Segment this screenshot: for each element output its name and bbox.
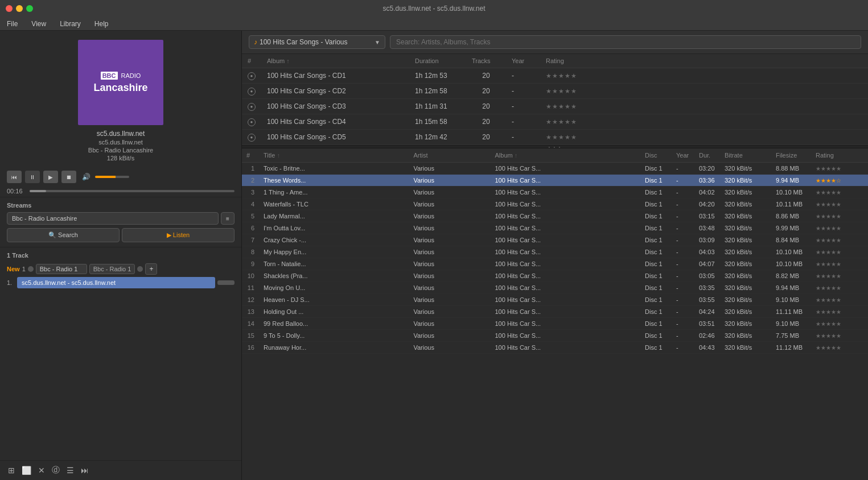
pause-button[interactable]: ⏸ xyxy=(25,171,40,183)
listen-button[interactable]: ▶ Listen xyxy=(122,228,235,242)
track-artist-cell: Various xyxy=(409,270,490,282)
track-year-cell: - xyxy=(672,318,694,330)
track-col-bitrate: Bitrate xyxy=(720,148,771,163)
menu-view[interactable]: View xyxy=(29,19,48,29)
album-play-button[interactable]: ● xyxy=(248,118,256,126)
menu-help[interactable]: Help xyxy=(92,19,111,29)
track-filesize-cell: 9.94 MB xyxy=(771,175,811,187)
track-row[interactable]: 11 Moving On U... Various 100 Hits Car S… xyxy=(242,282,868,294)
station-primary-name: sc5.dus.llnw.net xyxy=(88,130,153,138)
search-stream-button[interactable]: 🔍 Search xyxy=(7,228,120,242)
album-play-button[interactable]: ● xyxy=(248,103,256,111)
track-disc-cell: Disc 1 xyxy=(640,258,672,270)
album-name-cell: 100 Hits Car Songs - CD4 xyxy=(261,114,409,130)
track-rating-cell: ★★★★★ xyxy=(811,282,868,294)
track-rating-cell: ★★★★☆ xyxy=(811,175,868,187)
playlist-icon[interactable]: ☰ xyxy=(65,465,75,476)
track-dur-cell: 03:48 xyxy=(694,222,720,234)
track-row[interactable]: 7 Crazy Chick -... Various 100 Hits Car … xyxy=(242,234,868,246)
track-stream-name: Bbc - Radio 1 xyxy=(93,266,131,272)
minimize-button[interactable] xyxy=(16,5,23,12)
track-album-cell: 100 Hits Car S... xyxy=(490,270,640,282)
album-row[interactable]: ● 100 Hits Car Songs - CD2 1h 12m 58 20 … xyxy=(242,84,868,99)
track-col-filesize: Filesize xyxy=(771,148,811,163)
track-title-cell: Torn - Natalie... xyxy=(259,258,409,270)
track-row[interactable]: 6 I'm Outta Lov... Various 100 Hits Car … xyxy=(242,222,868,234)
track-title-cell: Moving On U... xyxy=(259,282,409,294)
track-col-year: Year xyxy=(672,148,694,163)
track-num-cell: 12 xyxy=(242,294,259,306)
track-disc-cell: Disc 1 xyxy=(640,330,672,342)
close-button[interactable] xyxy=(6,5,13,12)
album-play-button[interactable]: ● xyxy=(248,134,256,142)
album-row[interactable]: ● 100 Hits Car Songs - CD5 1h 12m 42 20 … xyxy=(242,130,868,145)
shuffle-icon[interactable]: ⊞ xyxy=(7,465,16,476)
crossfade-icon[interactable]: ✕ xyxy=(37,465,46,476)
radio-text: RADIO xyxy=(121,72,141,79)
track-dur-cell: 03:05 xyxy=(694,270,720,282)
track-rating-cell: ★★★★★ xyxy=(811,246,868,258)
track-row[interactable]: 15 9 To 5 - Dolly... Various 100 Hits Ca… xyxy=(242,330,868,342)
volume-slider[interactable] xyxy=(95,176,129,178)
playlist-entry[interactable]: sc5.dus.llnw.net - sc5.dus.llnw.net xyxy=(17,277,215,288)
tracks-table-container[interactable]: # Title Artist Album Disc Year Dur. Bitr… xyxy=(242,148,868,480)
col-header-album[interactable]: Album xyxy=(261,54,409,68)
track-filesize-cell: 8.84 MB xyxy=(771,234,811,246)
stream-dropdown[interactable]: Bbc - Radio Lancashire xyxy=(7,212,219,225)
prev-button[interactable]: ⏮ xyxy=(7,171,22,183)
track-stars: ★★★★★ xyxy=(816,333,841,339)
album-play-cell: ● xyxy=(242,130,261,145)
scrobble-icon[interactable]: ⓓ xyxy=(51,464,61,477)
track-title-cell: 1 Thing - Ame... xyxy=(259,187,409,198)
track-col-title[interactable]: Title xyxy=(259,148,409,163)
track-rating-cell: ★★★★★ xyxy=(811,270,868,282)
album-play-button[interactable]: ● xyxy=(248,72,256,80)
track-artist-cell: Various xyxy=(409,330,490,342)
track-row[interactable]: 14 99 Red Balloo... Various 100 Hits Car… xyxy=(242,318,868,330)
stop-button[interactable]: ⏹ xyxy=(61,171,76,183)
track-row[interactable]: 9 Torn - Natalie... Various 100 Hits Car… xyxy=(242,258,868,270)
track-input-row: New 1 Bbc - Radio 1 + xyxy=(7,263,235,275)
add-track-button[interactable]: + xyxy=(145,263,157,275)
menu-file[interactable]: File xyxy=(5,19,20,29)
track-rating-cell: ★★★★★ xyxy=(811,198,868,210)
track-row[interactable]: 1 Toxic - Britne... Various 100 Hits Car… xyxy=(242,163,868,175)
track-artist-cell: Various xyxy=(409,282,490,294)
search-input[interactable] xyxy=(390,35,861,49)
track-row[interactable]: 13 Holding Out ... Various 100 Hits Car … xyxy=(242,306,868,318)
track-row[interactable]: 5 Lady Marmal... Various 100 Hits Car S.… xyxy=(242,210,868,222)
track-row[interactable]: 4 Waterfalls - TLC Various 100 Hits Car … xyxy=(242,198,868,210)
track-row[interactable]: 10 Shackles (Pra... Various 100 Hits Car… xyxy=(242,270,868,282)
skip-icon[interactable]: ⏭ xyxy=(80,465,90,476)
track-filesize-cell: 11.12 MB xyxy=(771,342,811,354)
track-rating-cell: ★★★★★ xyxy=(811,342,868,354)
track-row[interactable]: 2 These Words... Various 100 Hits Car S.… xyxy=(242,175,868,187)
track-album-cell: 100 Hits Car S... xyxy=(490,222,640,234)
progress-bar[interactable] xyxy=(30,190,235,192)
stream-options-button[interactable]: ≡ xyxy=(221,212,235,225)
menu-library[interactable]: Library xyxy=(57,19,83,29)
track-rating-cell: ★★★★★ xyxy=(811,306,868,318)
track-name-input[interactable] xyxy=(36,264,87,274)
play-button[interactable]: ▶ xyxy=(43,171,58,183)
track-row[interactable]: 3 1 Thing - Ame... Various 100 Hits Car … xyxy=(242,187,868,198)
track-bitrate-cell: 320 kBit/s xyxy=(720,294,771,306)
track-num-cell: 8 xyxy=(242,246,259,258)
track-artist-cell: Various xyxy=(409,222,490,234)
album-row[interactable]: ● 100 Hits Car Songs - CD1 1h 12m 53 20 … xyxy=(242,68,868,84)
track-filesize-cell: 10.10 MB xyxy=(771,246,811,258)
maximize-button[interactable] xyxy=(26,5,33,12)
album-selector[interactable]: ♪ 100 Hits Car Songs - Various ▼ xyxy=(249,35,385,49)
album-row[interactable]: ● 100 Hits Car Songs - CD3 1h 11m 31 20 … xyxy=(242,99,868,114)
track-row[interactable]: 12 Heaven - DJ S... Various 100 Hits Car… xyxy=(242,294,868,306)
track-col-album[interactable]: Album xyxy=(490,148,640,163)
track-filesize-cell: 10.10 MB xyxy=(771,258,811,270)
tracks-label: 1 Track xyxy=(7,252,28,259)
track-album-cell: 100 Hits Car S... xyxy=(490,175,640,187)
album-row[interactable]: ● 100 Hits Car Songs - CD4 1h 15m 58 20 … xyxy=(242,114,868,130)
track-title-cell: My Happy En... xyxy=(259,246,409,258)
album-play-button[interactable]: ● xyxy=(248,88,256,96)
track-row[interactable]: 8 My Happy En... Various 100 Hits Car S.… xyxy=(242,246,868,258)
track-row[interactable]: 16 Runaway Hor... Various 100 Hits Car S… xyxy=(242,342,868,354)
repeat-icon[interactable]: ⬜ xyxy=(20,465,32,476)
